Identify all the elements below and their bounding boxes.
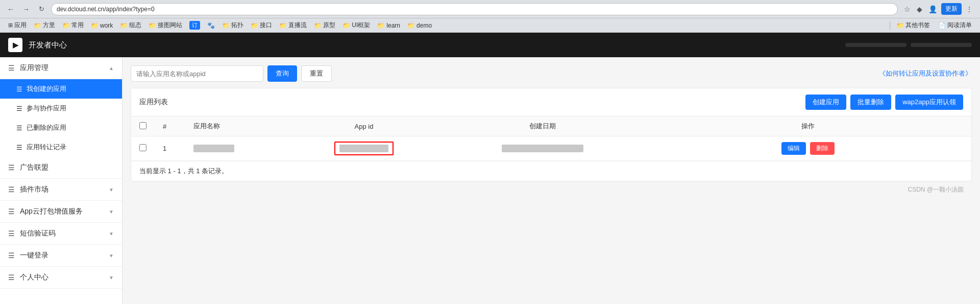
sidebar-section-one-login-label: 一键登录	[20, 251, 109, 260]
chevron-down-icon-5: ▼	[109, 253, 114, 259]
table-thead: # 应用名称 App id 创建日期 操作	[131, 116, 971, 136]
table-tbody: 1 ██████ ██ ████████ ████████ ████████	[131, 136, 971, 161]
grid-icon: ⊞	[8, 22, 13, 29]
sidebar-item-transfer-records[interactable]: ☰ 应用转让记录	[0, 137, 122, 157]
bookmark-reading[interactable]: 📄 阅读清单	[935, 20, 975, 31]
app-name-blurred: ██████	[193, 145, 234, 152]
bookmark-apps[interactable]: ⊞ 应用	[5, 20, 30, 31]
bookmark-apps-label: 应用	[14, 21, 27, 30]
query-button[interactable]: 查询	[267, 65, 297, 82]
sidebar-section-one-login[interactable]: ☰ 一键登录 ▼	[0, 245, 122, 267]
sidebar-section-ad-alliance-label: 广告联盟	[20, 163, 114, 172]
user-avatar-area[interactable]	[845, 43, 906, 47]
menu-icon-transfer: ☰	[16, 144, 22, 151]
menu-icon-4: ☰	[8, 207, 15, 216]
sidebar-section-appcloud[interactable]: ☰ App云打包增值服务 ▼	[0, 201, 122, 223]
folder-icon-8: 📁	[279, 22, 287, 29]
bookmark-fangli-label: 方里	[43, 21, 55, 30]
back-button[interactable]: ←	[5, 4, 16, 15]
row-checkbox[interactable]	[139, 144, 146, 151]
bookmark-zutai-label: 组态	[129, 21, 141, 30]
table-container: 应用列表 创建应用 批量删除 wap2app应用认领 # 应用名称 App id…	[131, 88, 972, 181]
row-created-date-cell: ████████ ████████	[440, 136, 645, 161]
menu-icon-5: ☰	[8, 229, 15, 238]
bookmark-learn-label: learn	[386, 22, 400, 29]
bookmark-common[interactable]: 📁 常用	[59, 20, 87, 31]
data-table: # 应用名称 App id 创建日期 操作 1 ██████	[131, 116, 971, 161]
menu-icon-3: ☰	[8, 185, 15, 194]
bookmark-work[interactable]: 📁 work	[88, 21, 116, 30]
bookmark-api[interactable]: 📁 接口	[248, 20, 275, 31]
wap2app-button[interactable]: wap2app应用认领	[895, 95, 963, 110]
reset-button[interactable]: 重置	[301, 65, 332, 82]
select-all-checkbox[interactable]	[139, 122, 146, 129]
folder-icon-12: 📁	[407, 22, 415, 29]
folder-icon-11: 📁	[377, 22, 385, 29]
sidebar-item-transfer-records-label: 应用转让记录	[27, 143, 66, 152]
edit-button[interactable]: 编辑	[781, 142, 806, 155]
header-right	[845, 43, 972, 47]
delete-button[interactable]: 删除	[810, 142, 835, 155]
create-app-button[interactable]: 创建应用	[805, 95, 846, 110]
menu-icon-1: ☰	[8, 64, 15, 72]
pagination-text: 当前显示 1 - 1，共 1 条记录。	[139, 167, 228, 175]
bookmark-fangli[interactable]: 📁 方里	[31, 20, 58, 31]
help-link[interactable]: 《如何转让应用及设置协作者》	[879, 69, 972, 78]
menu-icon-6: ☰	[8, 251, 15, 260]
sidebar-section-plugin-market[interactable]: ☰ 插件市场 ▼	[0, 179, 122, 201]
address-bar[interactable]: dev.dcloud.net.cn/app/index?type=0	[51, 3, 898, 15]
sidebar-section-app-management-label: 应用管理	[20, 63, 109, 73]
batch-delete-button[interactable]: 批量删除	[850, 95, 891, 110]
star-button[interactable]: ☆	[902, 4, 913, 14]
forward-button[interactable]: →	[20, 4, 32, 15]
bookmark-live-label: 直播流	[288, 21, 307, 30]
bookmark-topology-label: 拓扑	[231, 21, 243, 30]
bookmark-prototype-label: 原型	[323, 21, 335, 30]
sidebar-section-user-center[interactable]: ☰ 个人中心 ▼	[0, 267, 122, 289]
bookmark-other-label: 其他书签	[905, 21, 930, 30]
bookmark-topology[interactable]: 📁 拓扑	[219, 20, 247, 31]
sidebar-section-sms-verify[interactable]: ☰ 短信验证码 ▼	[0, 223, 122, 245]
row-app-name-cell: ██████	[185, 136, 287, 161]
refresh-button[interactable]: ↻	[36, 4, 47, 15]
user-name-area[interactable]	[911, 43, 972, 47]
profile-button[interactable]: 👤	[926, 4, 939, 14]
sidebar-item-collab-apps-label: 参与协作应用	[27, 104, 66, 113]
bookmark-other[interactable]: 📁 其他书签	[893, 20, 933, 31]
folder-icon-1: 📁	[34, 22, 41, 29]
bookmark-common-label: 常用	[71, 21, 84, 30]
extension-button[interactable]: ◆	[915, 4, 924, 14]
bookmarks-right: 📁 其他书签 📄 阅读清单	[889, 20, 975, 31]
sidebar-section-app-management[interactable]: ☰ 应用管理 ▲	[0, 57, 122, 79]
row-action-cell: 编辑 删除	[645, 136, 971, 161]
folder-icon-6: 📁	[222, 22, 230, 29]
bookmark-ui[interactable]: 📁 UI框架	[339, 20, 373, 31]
bookmark-jietu-num[interactable]: 订	[186, 20, 203, 31]
bookmark-pet[interactable]: 🐾	[204, 21, 218, 30]
bookmark-prototype[interactable]: 📁 原型	[311, 20, 338, 31]
bookmark-learn[interactable]: 📁 learn	[374, 21, 403, 30]
search-input[interactable]	[131, 65, 263, 82]
table-header-columns: # 应用名称 App id 创建日期 操作	[131, 116, 971, 136]
bookmark-jietu[interactable]: 📁 接图网站	[145, 20, 185, 31]
app-header: ▶ 开发者中心	[0, 33, 980, 57]
bookmark-live[interactable]: 📁 直播流	[276, 20, 310, 31]
sidebar-item-deleted-apps-label: 已删除的应用	[27, 123, 66, 132]
sidebar-item-collab-apps[interactable]: ☰ 参与协作应用	[0, 99, 122, 118]
browser-actions: ☆ ◆ 👤 更新 ⋮	[902, 3, 975, 15]
table-footer: 当前显示 1 - 1，共 1 条记录。	[131, 161, 971, 181]
col-app-id: App id	[287, 116, 440, 136]
sidebar-item-my-apps[interactable]: ☰ 我创建的应用	[0, 79, 122, 99]
folder-icon-5: 📁	[149, 22, 156, 29]
sidebar-item-deleted-apps[interactable]: ☰ 已删除的应用	[0, 118, 122, 137]
sidebar-section-ad-alliance[interactable]: ☰ 广告联盟	[0, 157, 122, 179]
bookmark-zutai[interactable]: 📁 组态	[117, 20, 144, 31]
menu-button[interactable]: ⋮	[964, 4, 975, 14]
col-index: #	[155, 116, 185, 136]
folder-icon-10: 📁	[342, 22, 350, 29]
folder-icon-4: 📁	[120, 22, 128, 29]
bookmark-demo[interactable]: 📁 demo	[404, 21, 435, 30]
update-button[interactable]: 更新	[941, 3, 962, 15]
chevron-down-icon-3: ▼	[109, 209, 114, 215]
table-header-row: 应用列表 创建应用 批量删除 wap2app应用认领	[131, 88, 971, 116]
